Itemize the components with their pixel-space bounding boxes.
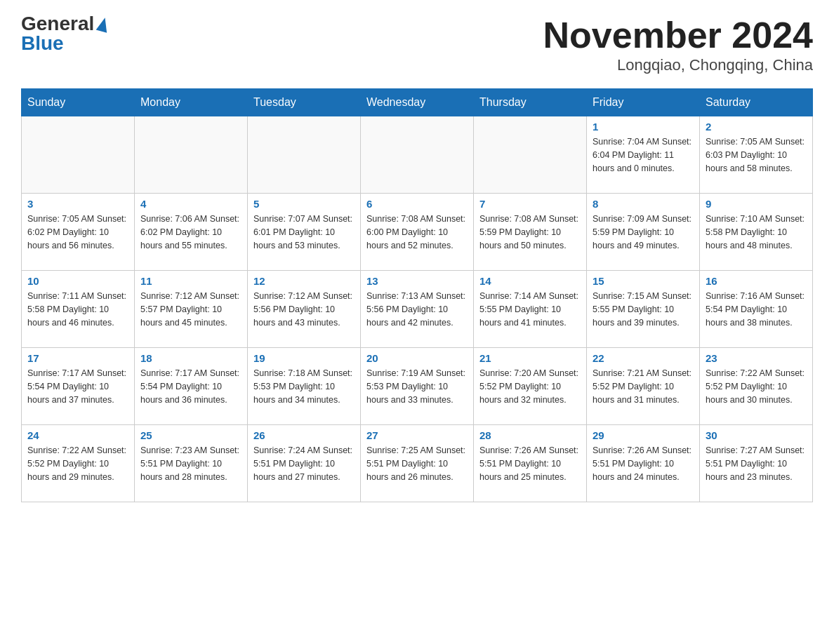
calendar-day-cell: 6Sunrise: 7:08 AM Sunset: 6:00 PM Daylig…	[361, 194, 474, 271]
day-info: Sunrise: 7:24 AM Sunset: 5:51 PM Dayligh…	[253, 444, 355, 483]
day-info: Sunrise: 7:20 AM Sunset: 5:52 PM Dayligh…	[479, 367, 581, 406]
day-number: 18	[140, 352, 241, 364]
location: Longqiao, Chongqing, China	[543, 56, 813, 74]
calendar-day-header: Saturday	[700, 89, 813, 116]
day-number: 25	[140, 429, 241, 441]
day-info: Sunrise: 7:18 AM Sunset: 5:53 PM Dayligh…	[253, 367, 355, 406]
calendar-week-row: 10Sunrise: 7:11 AM Sunset: 5:58 PM Dayli…	[22, 271, 813, 348]
day-number: 27	[366, 429, 468, 441]
day-info: Sunrise: 7:21 AM Sunset: 5:52 PM Dayligh…	[593, 367, 694, 406]
day-info: Sunrise: 7:08 AM Sunset: 6:00 PM Dayligh…	[366, 213, 468, 252]
calendar-day-header: Tuesday	[248, 89, 361, 116]
day-number: 12	[253, 275, 355, 287]
day-number: 26	[253, 429, 355, 441]
day-info: Sunrise: 7:04 AM Sunset: 6:04 PM Dayligh…	[593, 135, 694, 175]
calendar-week-row: 17Sunrise: 7:17 AM Sunset: 5:54 PM Dayli…	[22, 348, 813, 425]
calendar-day-cell: 21Sunrise: 7:20 AM Sunset: 5:52 PM Dayli…	[474, 348, 587, 425]
day-info: Sunrise: 7:13 AM Sunset: 5:56 PM Dayligh…	[366, 290, 468, 329]
day-number: 14	[479, 275, 581, 287]
calendar-day-cell: 7Sunrise: 7:08 AM Sunset: 5:59 PM Daylig…	[474, 194, 587, 271]
calendar-day-cell: 16Sunrise: 7:16 AM Sunset: 5:54 PM Dayli…	[700, 271, 813, 348]
day-number: 21	[479, 352, 581, 364]
logo-general-text: General	[21, 14, 94, 34]
day-info: Sunrise: 7:27 AM Sunset: 5:51 PM Dayligh…	[706, 444, 807, 483]
logo: General Blue	[21, 14, 109, 53]
calendar-day-cell: 9Sunrise: 7:10 AM Sunset: 5:58 PM Daylig…	[700, 194, 813, 271]
day-number: 20	[366, 352, 468, 364]
calendar-day-cell	[135, 116, 248, 194]
day-number: 23	[706, 352, 807, 364]
day-number: 2	[706, 121, 807, 133]
page-header: General Blue November 2024 Longqiao, Cho…	[21, 14, 813, 74]
day-info: Sunrise: 7:06 AM Sunset: 6:02 PM Dayligh…	[140, 213, 241, 252]
calendar-day-cell: 12Sunrise: 7:12 AM Sunset: 5:56 PM Dayli…	[248, 271, 361, 348]
day-number: 17	[27, 352, 128, 364]
calendar-day-cell: 14Sunrise: 7:14 AM Sunset: 5:55 PM Dayli…	[474, 271, 587, 348]
calendar-day-header: Thursday	[474, 89, 587, 116]
calendar-day-cell: 8Sunrise: 7:09 AM Sunset: 5:59 PM Daylig…	[587, 194, 700, 271]
calendar-day-cell	[248, 116, 361, 194]
day-info: Sunrise: 7:19 AM Sunset: 5:53 PM Dayligh…	[366, 367, 468, 406]
calendar-day-cell: 22Sunrise: 7:21 AM Sunset: 5:52 PM Dayli…	[587, 348, 700, 425]
calendar-day-cell: 1Sunrise: 7:04 AM Sunset: 6:04 PM Daylig…	[587, 116, 700, 194]
calendar-week-row: 1Sunrise: 7:04 AM Sunset: 6:04 PM Daylig…	[22, 116, 813, 194]
calendar-day-header: Friday	[587, 89, 700, 116]
calendar-day-cell: 28Sunrise: 7:26 AM Sunset: 5:51 PM Dayli…	[474, 425, 587, 502]
calendar-day-cell: 3Sunrise: 7:05 AM Sunset: 6:02 PM Daylig…	[22, 194, 135, 271]
calendar-day-cell: 25Sunrise: 7:23 AM Sunset: 5:51 PM Dayli…	[135, 425, 248, 502]
day-info: Sunrise: 7:12 AM Sunset: 5:57 PM Dayligh…	[140, 290, 241, 329]
calendar-day-cell: 30Sunrise: 7:27 AM Sunset: 5:51 PM Dayli…	[700, 425, 813, 502]
day-info: Sunrise: 7:23 AM Sunset: 5:51 PM Dayligh…	[140, 444, 241, 483]
day-number: 13	[366, 275, 468, 287]
calendar-day-cell: 2Sunrise: 7:05 AM Sunset: 6:03 PM Daylig…	[700, 116, 813, 194]
month-title: November 2024	[543, 14, 813, 56]
day-info: Sunrise: 7:16 AM Sunset: 5:54 PM Dayligh…	[706, 290, 807, 329]
calendar-day-cell	[22, 116, 135, 194]
day-info: Sunrise: 7:15 AM Sunset: 5:55 PM Dayligh…	[593, 290, 694, 329]
calendar-day-cell: 27Sunrise: 7:25 AM Sunset: 5:51 PM Dayli…	[361, 425, 474, 502]
calendar-day-cell	[474, 116, 587, 194]
day-number: 4	[140, 198, 241, 210]
calendar-day-cell: 15Sunrise: 7:15 AM Sunset: 5:55 PM Dayli…	[587, 271, 700, 348]
calendar-day-header: Monday	[135, 89, 248, 116]
calendar-day-cell: 19Sunrise: 7:18 AM Sunset: 5:53 PM Dayli…	[248, 348, 361, 425]
day-info: Sunrise: 7:17 AM Sunset: 5:54 PM Dayligh…	[27, 367, 128, 406]
calendar-day-cell: 17Sunrise: 7:17 AM Sunset: 5:54 PM Dayli…	[22, 348, 135, 425]
day-info: Sunrise: 7:22 AM Sunset: 5:52 PM Dayligh…	[706, 367, 807, 406]
day-number: 10	[27, 275, 128, 287]
calendar-day-header: Wednesday	[361, 89, 474, 116]
calendar-day-header: Sunday	[22, 89, 135, 116]
calendar-day-cell: 5Sunrise: 7:07 AM Sunset: 6:01 PM Daylig…	[248, 194, 361, 271]
day-number: 8	[593, 198, 694, 210]
day-info: Sunrise: 7:26 AM Sunset: 5:51 PM Dayligh…	[593, 444, 694, 483]
calendar-day-cell: 26Sunrise: 7:24 AM Sunset: 5:51 PM Dayli…	[248, 425, 361, 502]
day-info: Sunrise: 7:25 AM Sunset: 5:51 PM Dayligh…	[366, 444, 468, 483]
calendar-day-cell: 11Sunrise: 7:12 AM Sunset: 5:57 PM Dayli…	[135, 271, 248, 348]
calendar-day-cell: 18Sunrise: 7:17 AM Sunset: 5:54 PM Dayli…	[135, 348, 248, 425]
day-number: 15	[593, 275, 694, 287]
calendar-day-cell: 24Sunrise: 7:22 AM Sunset: 5:52 PM Dayli…	[22, 425, 135, 502]
day-number: 9	[706, 198, 807, 210]
calendar-week-row: 24Sunrise: 7:22 AM Sunset: 5:52 PM Dayli…	[22, 425, 813, 502]
day-number: 24	[27, 429, 128, 441]
calendar-day-cell: 10Sunrise: 7:11 AM Sunset: 5:58 PM Dayli…	[22, 271, 135, 348]
day-number: 29	[593, 429, 694, 441]
calendar-day-cell: 4Sunrise: 7:06 AM Sunset: 6:02 PM Daylig…	[135, 194, 248, 271]
logo-icon	[96, 16, 111, 32]
day-number: 1	[593, 121, 694, 133]
day-info: Sunrise: 7:12 AM Sunset: 5:56 PM Dayligh…	[253, 290, 355, 329]
day-number: 7	[479, 198, 581, 210]
day-number: 19	[253, 352, 355, 364]
logo-blue-text: Blue	[21, 34, 64, 53]
day-info: Sunrise: 7:09 AM Sunset: 5:59 PM Dayligh…	[593, 213, 694, 252]
day-number: 22	[593, 352, 694, 364]
title-block: November 2024 Longqiao, Chongqing, China	[543, 14, 813, 74]
day-info: Sunrise: 7:14 AM Sunset: 5:55 PM Dayligh…	[479, 290, 581, 329]
calendar-day-cell	[361, 116, 474, 194]
day-info: Sunrise: 7:26 AM Sunset: 5:51 PM Dayligh…	[479, 444, 581, 483]
day-number: 16	[706, 275, 807, 287]
day-info: Sunrise: 7:05 AM Sunset: 6:03 PM Dayligh…	[706, 135, 807, 175]
day-info: Sunrise: 7:11 AM Sunset: 5:58 PM Dayligh…	[27, 290, 128, 329]
day-number: 28	[479, 429, 581, 441]
day-info: Sunrise: 7:07 AM Sunset: 6:01 PM Dayligh…	[253, 213, 355, 252]
